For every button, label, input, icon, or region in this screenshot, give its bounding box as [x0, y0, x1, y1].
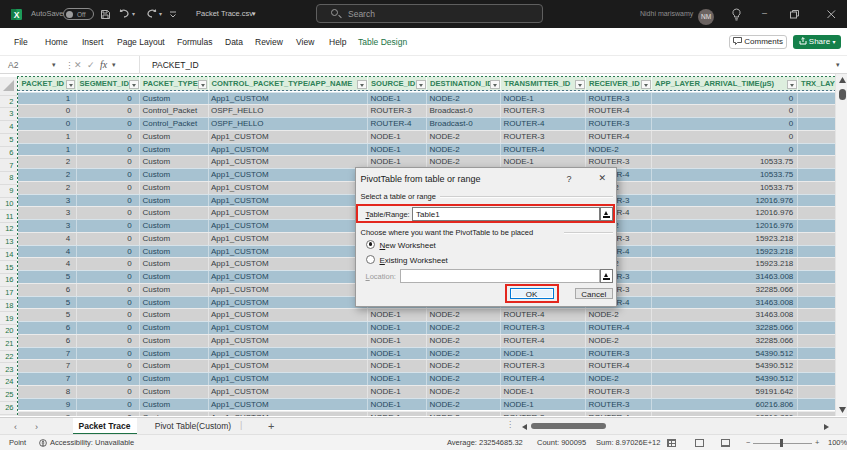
svg-text:X: X [14, 10, 20, 20]
